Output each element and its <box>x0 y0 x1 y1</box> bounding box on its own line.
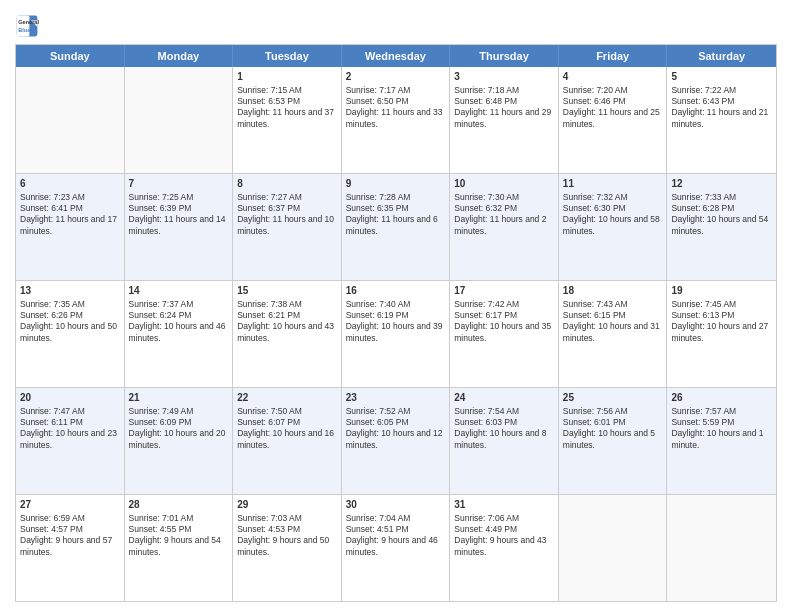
sunrise-text: Sunrise: 7:18 AM <box>454 85 519 95</box>
daylight-text: Daylight: 10 hours and 16 minutes. <box>237 428 334 449</box>
day-number: 18 <box>563 284 663 298</box>
sunrise-text: Sunrise: 7:15 AM <box>237 85 302 95</box>
sunrise-text: Sunrise: 7:42 AM <box>454 299 519 309</box>
day-number: 4 <box>563 70 663 84</box>
header-monday: Monday <box>125 45 234 67</box>
sunset-text: Sunset: 6:24 PM <box>129 310 192 320</box>
day-number: 30 <box>346 498 446 512</box>
cal-cell-r3-c3: 23Sunrise: 7:52 AMSunset: 6:05 PMDayligh… <box>342 388 451 494</box>
cal-cell-r4-c2: 29Sunrise: 7:03 AMSunset: 4:53 PMDayligh… <box>233 495 342 601</box>
day-number: 28 <box>129 498 229 512</box>
sunset-text: Sunset: 6:53 PM <box>237 96 300 106</box>
daylight-text: Daylight: 10 hours and 1 minute. <box>671 428 763 449</box>
daylight-text: Daylight: 11 hours and 17 minutes. <box>20 214 117 235</box>
cal-cell-r4-c0: 27Sunrise: 6:59 AMSunset: 4:57 PMDayligh… <box>16 495 125 601</box>
calendar: Sunday Monday Tuesday Wednesday Thursday… <box>15 44 777 602</box>
day-number: 3 <box>454 70 554 84</box>
sunset-text: Sunset: 6:39 PM <box>129 203 192 213</box>
day-number: 10 <box>454 177 554 191</box>
day-number: 19 <box>671 284 772 298</box>
day-number: 20 <box>20 391 120 405</box>
cal-cell-r3-c2: 22Sunrise: 7:50 AMSunset: 6:07 PMDayligh… <box>233 388 342 494</box>
cal-cell-r0-c0 <box>16 67 125 173</box>
cal-cell-r2-c2: 15Sunrise: 7:38 AMSunset: 6:21 PMDayligh… <box>233 281 342 387</box>
day-number: 26 <box>671 391 772 405</box>
calendar-body: 1Sunrise: 7:15 AMSunset: 6:53 PMDaylight… <box>16 67 776 601</box>
daylight-text: Daylight: 9 hours and 43 minutes. <box>454 535 546 556</box>
header-thursday: Thursday <box>450 45 559 67</box>
cal-cell-r0-c6: 5Sunrise: 7:22 AMSunset: 6:43 PMDaylight… <box>667 67 776 173</box>
daylight-text: Daylight: 10 hours and 5 minutes. <box>563 428 655 449</box>
cal-cell-r4-c3: 30Sunrise: 7:04 AMSunset: 4:51 PMDayligh… <box>342 495 451 601</box>
sunrise-text: Sunrise: 7:38 AM <box>237 299 302 309</box>
sunset-text: Sunset: 6:09 PM <box>129 417 192 427</box>
sunrise-text: Sunrise: 7:30 AM <box>454 192 519 202</box>
sunset-text: Sunset: 6:35 PM <box>346 203 409 213</box>
cal-cell-r3-c6: 26Sunrise: 7:57 AMSunset: 5:59 PMDayligh… <box>667 388 776 494</box>
day-number: 7 <box>129 177 229 191</box>
daylight-text: Daylight: 10 hours and 35 minutes. <box>454 321 551 342</box>
calendar-header: Sunday Monday Tuesday Wednesday Thursday… <box>16 45 776 67</box>
cal-cell-r4-c4: 31Sunrise: 7:06 AMSunset: 4:49 PMDayligh… <box>450 495 559 601</box>
daylight-text: Daylight: 11 hours and 10 minutes. <box>237 214 334 235</box>
sunrise-text: Sunrise: 7:22 AM <box>671 85 736 95</box>
day-number: 27 <box>20 498 120 512</box>
day-number: 17 <box>454 284 554 298</box>
sunset-text: Sunset: 6:21 PM <box>237 310 300 320</box>
cal-cell-r2-c0: 13Sunrise: 7:35 AMSunset: 6:26 PMDayligh… <box>16 281 125 387</box>
sunset-text: Sunset: 6:28 PM <box>671 203 734 213</box>
sunset-text: Sunset: 6:46 PM <box>563 96 626 106</box>
day-number: 23 <box>346 391 446 405</box>
cal-cell-r1-c1: 7Sunrise: 7:25 AMSunset: 6:39 PMDaylight… <box>125 174 234 280</box>
cal-cell-r2-c6: 19Sunrise: 7:45 AMSunset: 6:13 PMDayligh… <box>667 281 776 387</box>
sunset-text: Sunset: 5:59 PM <box>671 417 734 427</box>
day-number: 31 <box>454 498 554 512</box>
header-wednesday: Wednesday <box>342 45 451 67</box>
day-number: 8 <box>237 177 337 191</box>
cal-cell-r3-c1: 21Sunrise: 7:49 AMSunset: 6:09 PMDayligh… <box>125 388 234 494</box>
sunset-text: Sunset: 6:07 PM <box>237 417 300 427</box>
sunrise-text: Sunrise: 7:57 AM <box>671 406 736 416</box>
daylight-text: Daylight: 11 hours and 29 minutes. <box>454 107 551 128</box>
sunrise-text: Sunrise: 7:33 AM <box>671 192 736 202</box>
sunrise-text: Sunrise: 7:01 AM <box>129 513 194 523</box>
calendar-row-1: 6Sunrise: 7:23 AMSunset: 6:41 PMDaylight… <box>16 174 776 281</box>
cal-cell-r4-c1: 28Sunrise: 7:01 AMSunset: 4:55 PMDayligh… <box>125 495 234 601</box>
daylight-text: Daylight: 10 hours and 27 minutes. <box>671 321 768 342</box>
day-number: 11 <box>563 177 663 191</box>
sunset-text: Sunset: 6:05 PM <box>346 417 409 427</box>
sunset-text: Sunset: 6:13 PM <box>671 310 734 320</box>
sunrise-text: Sunrise: 7:23 AM <box>20 192 85 202</box>
cal-cell-r0-c2: 1Sunrise: 7:15 AMSunset: 6:53 PMDaylight… <box>233 67 342 173</box>
daylight-text: Daylight: 10 hours and 31 minutes. <box>563 321 660 342</box>
cal-cell-r4-c6 <box>667 495 776 601</box>
daylight-text: Daylight: 10 hours and 12 minutes. <box>346 428 443 449</box>
sunrise-text: Sunrise: 7:25 AM <box>129 192 194 202</box>
day-number: 24 <box>454 391 554 405</box>
sunrise-text: Sunrise: 7:56 AM <box>563 406 628 416</box>
sunset-text: Sunset: 6:48 PM <box>454 96 517 106</box>
svg-text:General: General <box>18 19 39 25</box>
day-number: 5 <box>671 70 772 84</box>
header-friday: Friday <box>559 45 668 67</box>
sunset-text: Sunset: 4:49 PM <box>454 524 517 534</box>
cal-cell-r1-c5: 11Sunrise: 7:32 AMSunset: 6:30 PMDayligh… <box>559 174 668 280</box>
header-saturday: Saturday <box>667 45 776 67</box>
daylight-text: Daylight: 10 hours and 58 minutes. <box>563 214 660 235</box>
day-number: 21 <box>129 391 229 405</box>
calendar-row-3: 20Sunrise: 7:47 AMSunset: 6:11 PMDayligh… <box>16 388 776 495</box>
daylight-text: Daylight: 9 hours and 57 minutes. <box>20 535 112 556</box>
sunrise-text: Sunrise: 7:27 AM <box>237 192 302 202</box>
daylight-text: Daylight: 9 hours and 54 minutes. <box>129 535 221 556</box>
sunset-text: Sunset: 6:03 PM <box>454 417 517 427</box>
cal-cell-r2-c3: 16Sunrise: 7:40 AMSunset: 6:19 PMDayligh… <box>342 281 451 387</box>
cal-cell-r1-c3: 9Sunrise: 7:28 AMSunset: 6:35 PMDaylight… <box>342 174 451 280</box>
daylight-text: Daylight: 11 hours and 21 minutes. <box>671 107 768 128</box>
cal-cell-r0-c4: 3Sunrise: 7:18 AMSunset: 6:48 PMDaylight… <box>450 67 559 173</box>
cal-cell-r0-c3: 2Sunrise: 7:17 AMSunset: 6:50 PMDaylight… <box>342 67 451 173</box>
svg-text:Blue: Blue <box>18 27 30 33</box>
cal-cell-r3-c4: 24Sunrise: 7:54 AMSunset: 6:03 PMDayligh… <box>450 388 559 494</box>
sunrise-text: Sunrise: 7:35 AM <box>20 299 85 309</box>
day-number: 9 <box>346 177 446 191</box>
cal-cell-r1-c2: 8Sunrise: 7:27 AMSunset: 6:37 PMDaylight… <box>233 174 342 280</box>
